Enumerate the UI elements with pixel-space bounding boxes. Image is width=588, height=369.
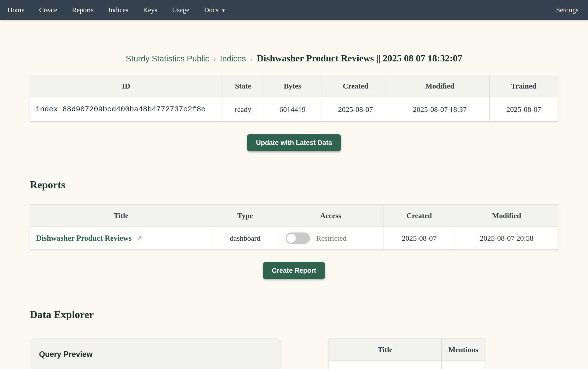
chevron-right-icon: › (250, 55, 252, 63)
col-header-title: Title (329, 338, 442, 361)
col-header-type: Type (212, 205, 278, 227)
breadcrumb-link-root[interactable]: Sturdy Statistics Public (126, 54, 209, 63)
nav-item-docs-label: Docs (204, 0, 218, 20)
create-report-button[interactable]: Create Report (263, 262, 325, 279)
nav-item-settings[interactable]: Settings (556, 6, 579, 14)
nav-item-indices[interactable]: Indices (108, 0, 128, 20)
index-table-header-row: ID State Bytes Created Modified Trained (30, 75, 558, 97)
report-access-cell: Restricted (278, 227, 383, 250)
explorer-results-table: Title Mentions (329, 338, 485, 369)
nav-item-usage[interactable]: Usage (172, 0, 189, 20)
query-preview-panel: Query Preview (30, 338, 281, 369)
data-explorer-content: Query Preview Title Mentions (30, 338, 558, 369)
update-button-row: Update with Latest Data (30, 134, 558, 151)
index-created-value: 2025-08-07 (321, 97, 390, 122)
page-content: Sturdy Statistics Public › Indices › Dis… (30, 53, 558, 369)
report-title-cell: Dishwasher Product Reviews↗ (30, 227, 212, 250)
top-navbar: Home Create Reports Indices Keys Usage D… (0, 0, 588, 20)
page-title: Dishwasher Product Reviews || 2025 08 07… (257, 53, 462, 64)
create-report-button-row: Create Report (30, 262, 558, 279)
col-header-modified: Modified (455, 205, 558, 227)
report-created-value: 2025-08-07 (383, 227, 455, 250)
chevron-right-icon: › (213, 55, 216, 63)
col-header-created: Created (383, 205, 455, 227)
update-with-latest-data-button[interactable]: Update with Latest Data (247, 134, 341, 151)
nav-links: Home Create Reports Indices Keys Usage D… (7, 0, 225, 20)
breadcrumb: Sturdy Statistics Public › Indices › Dis… (30, 53, 558, 64)
breadcrumb-link-indices[interactable]: Indices (220, 54, 246, 63)
index-table-row: index_88d907209bcd400ba48b4772737c2f8e r… (30, 97, 558, 122)
access-toggle[interactable] (286, 232, 310, 244)
nav-item-keys[interactable]: Keys (143, 0, 157, 20)
col-header-trained: Trained (489, 75, 558, 97)
nav-item-docs-menu[interactable]: Docs ▾ (204, 0, 225, 20)
access-control: Restricted (279, 232, 383, 244)
col-header-created: Created (321, 75, 390, 97)
col-header-mentions: Mentions (441, 338, 485, 361)
reports-section-heading: Reports (30, 177, 558, 192)
access-state-label: Restricted (316, 234, 347, 242)
index-trained-value: 2025-08-07 (489, 97, 558, 122)
external-link-icon: ↗ (136, 234, 142, 242)
access-toggle-knob (287, 234, 296, 243)
report-title-link[interactable]: Dishwasher Product Reviews (36, 234, 132, 242)
results-table-empty-row (329, 361, 485, 369)
nav-item-create[interactable]: Create (39, 0, 57, 20)
col-header-title: Title (30, 205, 212, 227)
reports-table: Title Type Access Created Modified Dishw… (30, 204, 558, 250)
results-title-cell (329, 361, 442, 369)
data-explorer-section-heading: Data Explorer (30, 307, 558, 322)
results-table-header-row: Title Mentions (329, 338, 485, 361)
results-mentions-cell (441, 361, 485, 369)
nav-item-reports[interactable]: Reports (72, 0, 94, 20)
report-row: Dishwasher Product Reviews↗ dashboard Re… (30, 227, 558, 250)
index-table: ID State Bytes Created Modified Trained … (30, 75, 558, 122)
query-preview-title: Query Preview (39, 350, 272, 359)
reports-table-header-row: Title Type Access Created Modified (30, 205, 558, 227)
col-header-id: ID (30, 75, 222, 97)
report-type-value: dashboard (212, 227, 278, 250)
index-bytes-value: 6014419 (264, 97, 321, 122)
report-modified-value: 2025-08-07 20:58 (455, 227, 558, 250)
col-header-modified: Modified (390, 75, 490, 97)
nav-item-home[interactable]: Home (7, 0, 24, 20)
chevron-down-icon: ▾ (222, 7, 225, 13)
index-state-value: ready (222, 97, 264, 122)
col-header-access: Access (278, 205, 383, 227)
col-header-state: State (222, 75, 264, 97)
index-id-value: index_88d907209bcd400ba48b4772737c2f8e (30, 97, 222, 122)
col-header-bytes: Bytes (264, 75, 321, 97)
index-modified-value: 2025-08-07 18:37 (390, 97, 490, 122)
